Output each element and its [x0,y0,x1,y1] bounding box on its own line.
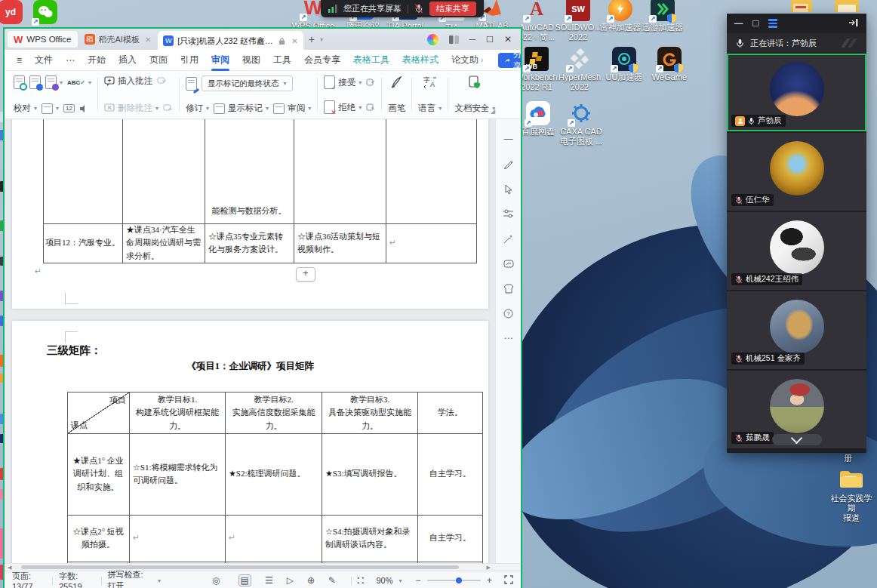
participant-tile-ru-pengsheng[interactable]: 茹鹏晟 [727,371,866,448]
proof-dropdown[interactable]: 校对▾ [14,103,37,114]
participant-tile-lu-bochen[interactable]: 芦勃辰 [727,54,866,131]
menu-home[interactable]: 开始 [82,51,112,69]
share-document-button[interactable]: 分享 [498,53,521,68]
zoom-level[interactable]: 90% [376,576,392,585]
desktop-icon-solidworks[interactable]: SW↗ SOLIDWO... 2022 [554,0,602,42]
edit-pen-icon[interactable] [503,158,515,170]
menu-paper-helper[interactable]: 论文助 [445,51,480,69]
new-tab-button[interactable]: + [305,33,318,45]
more-options-icon[interactable]: ⋯ [503,332,515,344]
track-changes-dropdown[interactable]: 修订▾ [186,103,209,114]
clipped-folder-icon[interactable] [791,0,812,12]
menu-review[interactable]: 审阅 [205,51,235,69]
document-tab-template[interactable]: 稻 稻壳AI模板 ✕ [79,31,157,48]
panel-dock-icon[interactable] [848,17,859,30]
menu-more[interactable]: ⋯ [60,52,81,69]
spellcheck-dropdown-icon[interactable]: ▾ [158,577,161,584]
adjust-sliders-icon[interactable] [503,208,515,220]
menu-reference[interactable]: 引用 [174,51,205,69]
markup-state-combobox[interactable]: 显示标记的最终状态▾ [202,75,293,91]
zoom-out-icon[interactable]: − [415,575,420,586]
ribbon-collapse-icon[interactable]: ◢ [491,108,495,115]
menu-overflow-chevron-icon[interactable]: › [481,56,483,64]
seal-stamp-icon[interactable] [503,257,515,269]
participant-list-icon[interactable] [768,19,777,28]
track-changes-icon[interactable] [186,77,197,91]
brush-pen-icon[interactable] [390,75,404,89]
zoom-dropdown-icon[interactable]: ▾ [398,577,402,584]
menu-insert[interactable]: 插入 [112,51,143,69]
outline-view-icon[interactable]: ☰ [265,575,273,586]
menu-hamburger-icon[interactable]: ≡ [11,52,28,69]
show-markup-dropdown[interactable]: 显示标记▾ [214,103,269,114]
previous-change-button[interactable] [366,79,375,87]
magic-wand-icon[interactable] [503,232,515,245]
close-tab-icon[interactable]: ✕ [291,37,297,45]
desktop-icon-caxa[interactable]: ↗ CAXA CAD 电子图板 ... [557,101,605,146]
mic-muted-icon[interactable] [414,4,423,14]
close-button[interactable]: ✕ [504,34,512,45]
desktop-icon-leishen[interactable]: ↗ 雷神加速器 [596,0,645,32]
zoom-slider-handle[interactable] [456,577,462,583]
word-count-button[interactable]: 12 [63,104,75,112]
eye-protect-icon[interactable]: ◎ [212,575,220,586]
accept-change-button[interactable]: ✓接受▾ [324,75,362,89]
spellcheck-status[interactable]: 拼写检查: 打开 [107,569,152,588]
collapse-video-list-button[interactable] [772,434,822,445]
brush-label[interactable]: 画笔 [388,103,405,114]
help-icon[interactable]: ? [503,307,515,319]
page-indicator[interactable]: 页面: 13/77 [12,571,46,588]
close-tab-icon[interactable]: ✕ [145,35,151,44]
split-view-icon[interactable] [449,35,459,44]
menu-tools[interactable]: 工具 [267,51,297,69]
translate-button[interactable]: ▾ [42,103,59,114]
tab-list-dropdown-icon[interactable]: ▾ [320,36,323,43]
desktop-icon-hypermesh[interactable]: ↗ HyperMesh 2022 [555,47,604,92]
page-view-icon[interactable]: ▤ [238,574,251,586]
desktop-icon-wegame[interactable]: ↗ WeGame [645,47,694,82]
fullscreen-icon[interactable] [504,575,513,586]
spell-check-button[interactable]: ABC✓▾ [67,79,91,86]
review-pane-dropdown[interactable]: 审阅▾ [273,103,311,114]
edit-mode-icon[interactable]: ✎ [328,575,336,586]
participant-tile-wu-renhua[interactable]: 伍仁华 [727,133,866,211]
reject-change-button[interactable]: ✕拒绝▾ [324,100,362,114]
select-cursor-icon[interactable] [503,183,515,195]
zoom-in-icon[interactable]: + [487,575,492,586]
panel-minimize-icon[interactable]: ─ [734,17,743,30]
scroll-right-icon[interactable]: ▶ [487,564,491,571]
menu-member[interactable]: 会员专享 [298,51,346,69]
menu-table-tools[interactable]: 表格工具 [347,51,395,69]
doc-security-dropdown[interactable]: 文档安全▾ [454,103,495,114]
doc-assistant-button[interactable] [29,75,41,89]
desktop-icon-uu[interactable]: ↗ UU加速器 [600,47,648,82]
add-table-row-button[interactable]: + [296,267,315,282]
collapse-toolbar-icon[interactable]: — [503,133,515,145]
language-icon[interactable]: 字A [423,75,437,88]
language-dropdown[interactable]: 语言▾ [418,103,442,114]
doc-shield-icon[interactable] [469,75,481,89]
doc-proof-button[interactable] [14,75,25,89]
participant-tile-wang-shaowei[interactable]: 机械242王绍伟 [727,212,866,290]
paper-check-button[interactable]: ▾ [45,75,63,89]
desktop-icon-folder-practice[interactable]: 社会实践学期 报道 [827,468,875,523]
web-layout-icon[interactable]: ⊕ [307,575,315,586]
delete-comment-button[interactable]: 删除批注▾ [104,103,158,114]
next-comment-button[interactable] [163,104,173,113]
scroll-left-icon[interactable]: ◀ [8,564,11,571]
menu-file[interactable]: 文件 [29,51,59,69]
document-canvas[interactable]: 能检测与数据分析。 项目12：汽服专业。 ★课点34·汽车全生命周期岗位调研与需… [5,119,521,563]
minimize-button[interactable]: ─ [469,34,476,45]
menu-page[interactable]: 页面 [143,51,174,69]
theme-skin-icon[interactable] [503,282,515,294]
horizontal-scrollbar[interactable]: ◀ ▶ [5,563,521,571]
clipped-folder-icon[interactable] [835,0,859,12]
wps-home-tab[interactable]: W WPS Office [8,31,78,48]
desktop-icon-xunyou[interactable]: ↗ 迅游加速器 [639,0,687,32]
focus-mode-icon[interactable]: ⛚ [358,575,365,586]
read-mode-icon[interactable]: ▷ [287,575,294,586]
word-count[interactable]: 字数: 25519 [59,571,95,588]
document-tab-active[interactable]: W [只读]机器人232 赵伟鑫 实践 ✕ [158,31,303,51]
maximize-button[interactable]: ☐ [486,35,494,45]
scrollbar-thumb[interactable] [21,565,459,569]
